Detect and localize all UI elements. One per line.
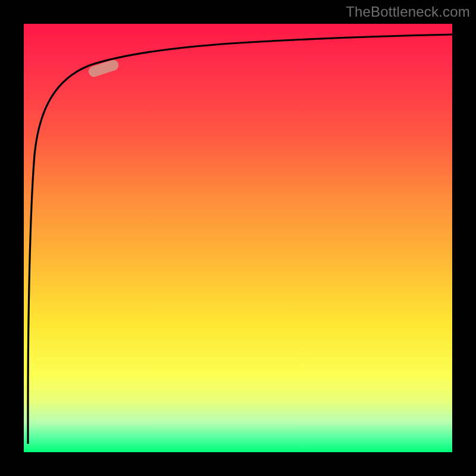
bottleneck-curve xyxy=(28,35,452,444)
curve-layer xyxy=(24,24,452,452)
watermark-text: TheBottleneck.com xyxy=(346,4,470,20)
chart-stage: TheBottleneck.com xyxy=(0,0,476,476)
